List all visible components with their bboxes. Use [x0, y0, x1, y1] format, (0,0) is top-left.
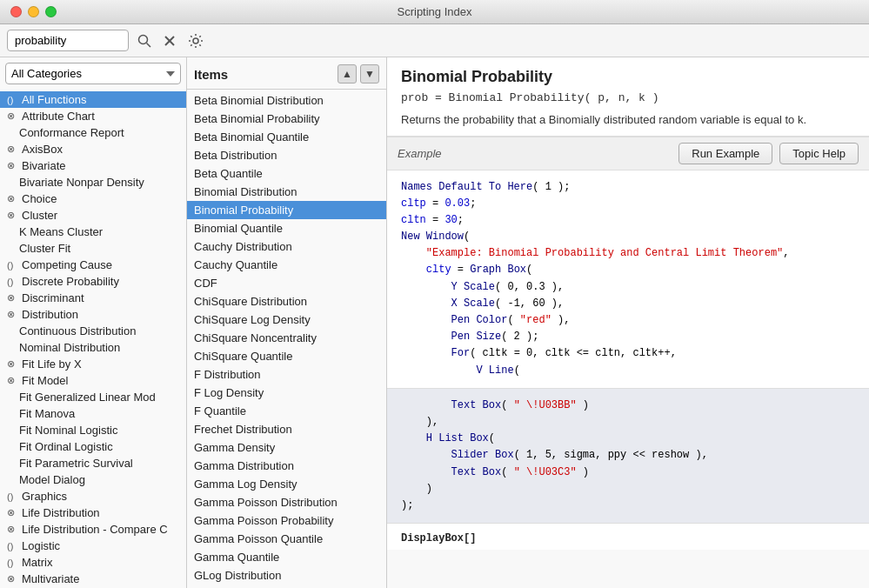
list-item[interactable]: Gamma Density [187, 438, 386, 457]
tree-item-model-dialog[interactable]: Model Dialog [0, 471, 186, 488]
tree-item-fit-ordinal-logistic[interactable]: Fit Ordinal Logistic [0, 438, 186, 455]
list-item[interactable]: ChiSquare Log Density [187, 311, 386, 329]
list-item[interactable]: F Distribution [187, 365, 386, 384]
tree-item-discrete-prob[interactable]: ()Discrete Probability [0, 273, 186, 290]
list-item[interactable]: ChiSquare Distribution [187, 292, 386, 311]
tree-item-life-dist-compare[interactable]: ⊗Life Distribution - Compare C [0, 521, 186, 538]
tree-item-label: All Functions [22, 93, 86, 106]
items-down-button[interactable]: ▼ [360, 64, 379, 84]
settings-button[interactable] [184, 31, 207, 50]
toolbar [0, 24, 869, 57]
middle-panel: Items ▲ ▼ Beta Binomial DistributionBeta… [187, 57, 387, 588]
minimize-button[interactable] [28, 6, 39, 17]
category-select[interactable]: All Categories [5, 63, 181, 84]
list-item[interactable]: Gamma Poisson Quantile [187, 530, 386, 548]
run-example-button[interactable]: Run Example [678, 143, 772, 164]
list-item[interactable]: F Quantile [187, 402, 386, 420]
tree-item-fit-manova[interactable]: Fit Manova [0, 405, 186, 422]
title-bar: Scripting Index [0, 0, 869, 24]
tree-item-graphics[interactable]: ()Graphics [0, 488, 186, 504]
code-line: Names Default To Here( 1 ); [401, 179, 855, 196]
tree-item-label: Fit Ordinal Logistic [19, 440, 113, 453]
code-line: X Scale( -1, 60 ), [401, 296, 855, 312]
tree-item-nominal-dist[interactable]: Nominal Distribution [0, 339, 186, 356]
clear-button[interactable] [160, 33, 179, 49]
list-item[interactable]: Beta Distribution [187, 146, 386, 164]
list-item[interactable]: ChiSquare Quantile [187, 347, 386, 365]
list-item[interactable]: F Log Density [187, 384, 386, 402]
items-navigation: ▲ ▼ [338, 64, 379, 84]
right-panel: Binomial Probability prob = Binomial Pro… [387, 57, 869, 588]
tree-item-bivariate-nonpar[interactable]: Bivariate Nonpar Density [0, 174, 186, 190]
list-item[interactable]: Cauchy Distribution [187, 237, 386, 256]
tree-item-label: Logistic [22, 539, 60, 552]
tree-item-k-means[interactable]: K Means Cluster [0, 224, 186, 240]
list-item[interactable]: Cauchy Quantile [187, 256, 386, 274]
search-input[interactable] [7, 30, 129, 51]
list-item[interactable]: Gamma Quantile [187, 548, 386, 566]
tree-item-label: Fit Manova [19, 407, 75, 420]
code-line: For( cltk = 0, cltk <= cltn, cltk++, [401, 345, 855, 362]
list-item[interactable]: Beta Binomial Quantile [187, 128, 386, 146]
tree-item-discriminant[interactable]: ⊗Discriminant [0, 290, 186, 306]
list-item[interactable]: Gamma Log Density [187, 475, 386, 493]
tree-item-label: Fit Nominal Logistic [19, 424, 117, 437]
list-item[interactable]: Beta Binomial Distribution [187, 91, 386, 110]
close-button[interactable] [10, 6, 22, 17]
tree-item-fit-gen-linear[interactable]: Fit Generalized Linear Mod [0, 389, 186, 405]
list-item[interactable]: GLog Quantile [187, 585, 386, 588]
tree-item-cluster-fit[interactable]: Cluster Fit [0, 240, 186, 257]
clear-icon [164, 35, 176, 47]
tree-list: ()All Functions⊗Attribute ChartConforman… [0, 90, 186, 588]
tree-item-competing-cause[interactable]: ()Competing Cause [0, 257, 186, 273]
tree-item-icon: ⊗ [7, 375, 19, 386]
tree-item-fit-life-x[interactable]: ⊗Fit Life by X [0, 356, 186, 372]
tree-item-fit-parametric-survival[interactable]: Fit Parametric Survival [0, 455, 186, 471]
list-item[interactable]: Binomial Probability [187, 201, 386, 219]
list-item[interactable]: Binomial Quantile [187, 219, 386, 237]
code-line: clty = Graph Box( [401, 262, 855, 278]
tree-item-bivariate[interactable]: ⊗Bivariate [0, 157, 186, 174]
tree-item-continuous-dist[interactable]: Continuous Distribution [0, 323, 186, 339]
code-line: Slider Box( 1, 5, sigma, ppy << reshow )… [401, 447, 855, 464]
list-item[interactable]: CDF [187, 274, 386, 292]
tree-item-icon: () [7, 95, 19, 105]
list-item[interactable]: Beta Quantile [187, 164, 386, 183]
items-up-button[interactable]: ▲ [338, 64, 357, 84]
list-item[interactable]: Frechet Distribution [187, 420, 386, 438]
tree-item-label: Fit Parametric Survival [19, 457, 133, 470]
tree-item-logistic[interactable]: ()Logistic [0, 538, 186, 554]
tree-item-fit-model[interactable]: ⊗Fit Model [0, 372, 186, 389]
tree-item-life-dist[interactable]: ⊗Life Distribution [0, 504, 186, 521]
list-item[interactable]: Gamma Poisson Probability [187, 511, 386, 530]
tree-item-label: Matrix [22, 556, 52, 569]
search-button[interactable] [134, 32, 155, 50]
tree-item-multivariate[interactable]: ⊗Multivariate [0, 571, 186, 587]
tree-item-icon: ⊗ [7, 309, 19, 320]
list-item[interactable]: Gamma Distribution [187, 457, 386, 475]
tree-item-attribute-chart[interactable]: ⊗Attribute Chart [0, 108, 186, 124]
list-item[interactable]: GLog Distribution [187, 566, 386, 585]
tree-item-cluster[interactable]: ⊗Cluster [0, 207, 186, 224]
example-section: Example Run Example Topic Help Names Def… [387, 137, 869, 589]
topic-help-button[interactable]: Topic Help [779, 143, 859, 164]
code-line: ), [401, 414, 855, 431]
tree-item-conformance-report[interactable]: Conformance Report [0, 124, 186, 141]
code-lower: Text Box( " \!U03BB" ) ), H List Box( Sl… [387, 389, 869, 523]
list-item[interactable]: Beta Binomial Probability [187, 110, 386, 128]
list-item[interactable]: ChiSquare Noncentrality [187, 329, 386, 347]
tree-item-fit-nominal-logistic[interactable]: Fit Nominal Logistic [0, 422, 186, 438]
tree-item-distribution[interactable]: ⊗Distribution [0, 306, 186, 323]
code-line: Text Box( " \!U03BB" ) [401, 398, 855, 414]
code-line: H List Box( [401, 431, 855, 447]
code-line: ); [401, 498, 855, 514]
tree-item-choice[interactable]: ⊗Choice [0, 190, 186, 207]
list-item[interactable]: Gamma Poisson Distribution [187, 493, 386, 511]
tree-item-all-functions[interactable]: ()All Functions [0, 91, 186, 108]
code-line: "Example: Binomial Probability and Centr… [401, 245, 855, 262]
tree-item-icon: () [7, 491, 19, 502]
maximize-button[interactable] [45, 6, 57, 17]
tree-item-axisbox[interactable]: ⊗AxisBox [0, 141, 186, 157]
tree-item-matrix[interactable]: ()Matrix [0, 554, 186, 571]
list-item[interactable]: Binomial Distribution [187, 183, 386, 201]
